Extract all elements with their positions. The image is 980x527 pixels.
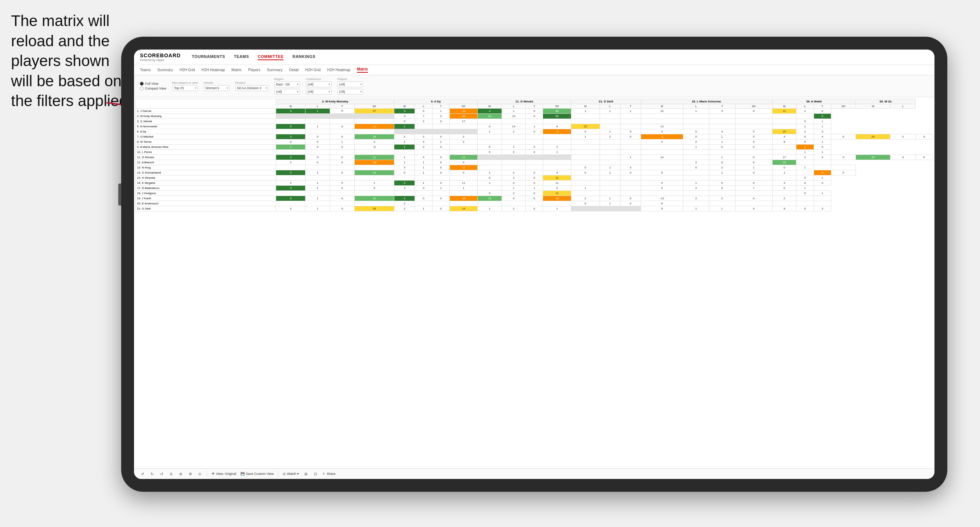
toolbar-icon3[interactable]: ⊡ [313,471,318,476]
region-select2[interactable]: (All) [274,89,300,95]
player-name: 14. S Srichantamit [136,170,276,175]
col-sub-dif2: Dif [449,104,477,109]
max-players-select[interactable]: Top 25 Top 10 Top 50 [172,85,198,91]
col-sub-w3: W [478,104,502,109]
zoom-out-icon[interactable]: ⊖ [169,471,174,476]
table-row: 18. J Hodgson 02011 01 [136,191,933,196]
region-select2-wrapper[interactable]: (All) [274,89,300,95]
sub-nav-summary2[interactable]: Summary [267,68,283,72]
max-players-select-wrapper[interactable]: Top 25 Top 10 Top 50 [172,85,198,91]
top-nav: SCOREBOARD Powered by clippd TOURNAMENTS… [134,49,934,65]
sub-nav-h2h-grid1[interactable]: H2H Grid [180,68,195,72]
sub-nav-detail[interactable]: Detail [290,68,299,72]
players-select2-wrapper[interactable]: (All) [337,89,363,95]
matrix-area[interactable]: 2. M Kelly Mulcahy 6. A Dy 11. G Woods 2… [134,97,934,468]
nav-committee[interactable]: COMMITTEE [258,54,284,60]
redo-icon[interactable]: ↻ [150,471,154,476]
player-name: 6. A Dy [136,129,276,134]
conference-select2[interactable]: (All) [306,89,332,95]
view-original-btn[interactable]: 👁 View: Original [212,472,236,476]
col-sub-dif6: Dif [831,104,856,109]
zoom-in-icon[interactable]: ⊕ [178,471,183,476]
region-select-wrapper[interactable]: East - DII West - DII (All) [274,81,300,87]
share-icon: ⇧ [322,472,325,476]
conference-select[interactable]: (All) [306,81,332,87]
players-select2[interactable]: (All) [337,89,363,95]
gender-filter: Gender Women's Men's [204,81,229,91]
compact-view-radio[interactable] [140,87,143,90]
sub-nav-teams[interactable]: Teams [140,68,151,72]
toolbar-icon2[interactable]: ⊞ [303,471,309,476]
sub-nav-matrix1[interactable]: Matrix [231,68,241,72]
undo2-icon[interactable]: ↺ [159,471,164,476]
players-filter: Players (All) (All) [337,78,363,95]
col-sub-l3: L [501,104,526,109]
bottom-toolbar: ↺ ↻ ↺ ⊖ ⊕ ⚙ ⊙ 👁 View: Original 💾 Save Cu… [134,468,934,479]
logo-title: SCOREBOARD [140,52,181,58]
player-name: 18. J Hodgson [136,191,276,196]
sub-nav-players[interactable]: Players [248,68,260,72]
table-row: 19. J Karth 31019 400-20 1300-31 210 -12… [136,196,933,201]
sub-nav-h2h-grid2[interactable]: H2H Grid [305,68,321,72]
col-sub-l1: L [305,104,330,109]
col-group-mulcahy: 2. M Kelly Mulcahy [276,99,395,104]
conference-select2-wrapper[interactable]: (All) [306,89,332,95]
nav-rankings[interactable]: RANKINGS [292,54,315,60]
settings-icon[interactable]: ⚙ [188,471,193,476]
watch-btn[interactable]: ◎ Watch ▾ [283,472,299,476]
tablet-side-button [118,184,121,206]
gender-select[interactable]: Women's Men's [204,85,229,91]
player-name: 1. J Garcia [136,109,276,114]
col-sub-l4: L [600,104,620,109]
full-view-radio[interactable] [140,82,143,86]
col-sub-w7: W [856,104,891,109]
watch-icon: ◎ [283,472,286,476]
table-row: 16. K Mcgaha 2101 31011 10011 0 1003 00 [136,181,933,186]
players-select[interactable]: (All) [337,81,363,87]
gender-label: Gender [204,81,229,84]
full-view-option[interactable]: Full View [140,82,166,86]
save-custom-view-btn[interactable]: 💾 Save Custom View [240,472,274,476]
col-sub-t5: T [709,104,735,109]
region-select[interactable]: East - DII West - DII (All) [274,81,300,87]
undo-icon[interactable]: ↺ [140,471,145,476]
col-sub-l5: L [683,104,709,109]
sub-nav-h2h-heatmap2[interactable]: H2H Heatmap [327,68,350,72]
nav-tournaments[interactable]: TOURNAMENTS [192,54,225,60]
view-original-icon: 👁 [212,472,215,476]
player-name: 3. S Jelinek [136,119,276,124]
share-label: Share [326,472,335,476]
col-sub-t2: T [432,104,449,109]
col-sub-dif3: Dif [543,104,571,109]
tablet-screen: SCOREBOARD Powered by clippd TOURNAMENTS… [134,49,934,479]
full-view-label: Full View [145,82,158,86]
compact-view-option[interactable]: Compact View [140,87,166,90]
table-row: 6. A Dy 120-4 010 4 04024 23 [136,129,933,134]
col-sub-dif5: Dif [735,104,772,109]
sub-nav-matrix2[interactable]: Matrix [357,67,368,73]
gender-select-wrapper[interactable]: Women's Men's [204,85,229,91]
col-sub-w5: W [641,104,683,109]
sub-nav-summary1[interactable]: Summary [157,68,173,72]
share-btn[interactable]: ⇧ Share [322,472,335,476]
table-row: 9. A Maria Jimenez Rios 100-9 100 0102 1… [136,144,933,150]
players-select-wrapper[interactable]: (All) [337,81,363,87]
col-group-dy: 6. A Dy [395,99,478,104]
reset-icon[interactable]: ⊙ [197,471,202,476]
col-sub-t1: T [330,104,354,109]
sub-nav-h2h-heatmap1[interactable]: H2H Heatmap [202,68,225,72]
table-row: 11. G Woods 30011 14011 1 14 1017 24020 … [136,155,933,160]
annotation-text: The matrix will reload and the players s… [11,11,129,111]
division-select-wrapper[interactable]: NCAA Division II NCAA Division I NCAA Di… [235,85,269,91]
compact-view-label: Compact View [145,87,166,90]
nav-teams[interactable]: TEAMS [234,54,249,60]
table-row: 15. H Stranda 02011 01 [136,175,933,181]
division-select[interactable]: NCAA Division II NCAA Division I NCAA Di… [235,85,269,91]
watch-chevron-icon: ▾ [297,472,299,476]
conference-select-wrapper[interactable]: (All) [306,81,332,87]
logo-area: SCOREBOARD Powered by clippd [140,52,181,62]
nav-items: TOURNAMENTS TEAMS COMMITTEE RANKINGS [192,54,315,60]
col-sub-l2: L [415,104,432,109]
player-name: 21. O Stoll [136,206,276,211]
toolbar-sep2 [278,471,278,477]
